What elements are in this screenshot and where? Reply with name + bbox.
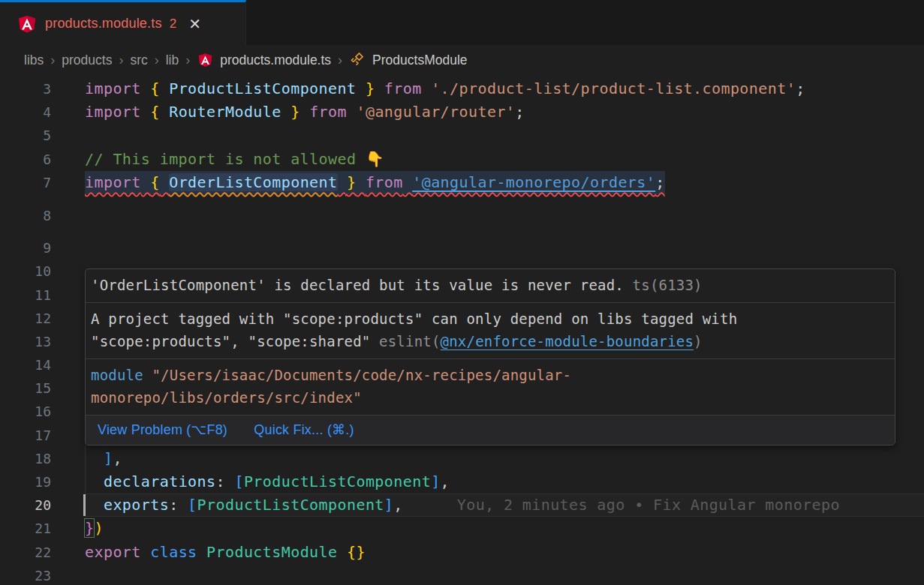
code-token: {} xyxy=(347,543,366,561)
code-text: exports: [ProductListComponent], xyxy=(85,496,403,514)
quick-fix-button[interactable]: Quick Fix... (⌘.) xyxy=(254,422,354,437)
tab-bar: products.module.ts 2 ✕ xyxy=(0,0,924,45)
code-token: , xyxy=(393,496,402,514)
code-text: ], xyxy=(85,449,122,467)
breadcrumb-item-symbol[interactable]: ProductsModule xyxy=(372,52,467,68)
code-line[interactable]: 9 xyxy=(0,236,924,260)
code-line-content[interactable] xyxy=(85,204,924,227)
breadcrumb-item-products[interactable]: products xyxy=(62,52,112,68)
code-token: ProductsModule xyxy=(206,543,337,561)
code-line-content[interactable] xyxy=(85,124,924,147)
breadcrumb-item-lib[interactable]: lib xyxy=(166,52,179,68)
code-line[interactable]: 7import { OrderListComponent } from '@an… xyxy=(0,171,924,194)
code-token xyxy=(160,173,169,191)
code-line-content[interactable]: export class ProductsModule {} xyxy=(85,541,924,564)
code-token: class xyxy=(150,543,197,561)
code-token xyxy=(403,173,412,191)
line-number: 6 xyxy=(0,148,85,171)
code-token: [ xyxy=(188,496,197,514)
code-token xyxy=(141,173,150,191)
code-token: ProductListComponent xyxy=(197,496,384,514)
line-number: 9 xyxy=(0,236,85,260)
code-line-content[interactable]: }) xyxy=(85,517,924,540)
code-line[interactable]: 19 declarations: [ProductListComponent], xyxy=(0,470,924,494)
code-token xyxy=(338,543,347,561)
vscode-window: products.module.ts 2 ✕ libs › products ›… xyxy=(0,0,924,585)
code-token: ; xyxy=(796,80,805,98)
line-number: 19 xyxy=(0,470,85,494)
indent-guide xyxy=(85,470,86,494)
code-token: import xyxy=(85,80,141,98)
code-token: ) xyxy=(94,519,103,537)
code-token xyxy=(141,80,150,98)
code-line-content[interactable]: import { OrderListComponent } from '@ang… xyxy=(85,171,924,194)
code-token: import xyxy=(85,173,141,191)
code-token: export xyxy=(85,543,141,561)
code-token: './product-list/product-list.component' xyxy=(431,80,796,98)
code-line[interactable]: 22export class ProductsModule {} xyxy=(0,541,924,564)
code-token: '@angular-monorepo/orders' xyxy=(412,173,655,191)
code-token: from xyxy=(366,173,403,191)
code-token: } xyxy=(366,80,375,98)
code-token: import xyxy=(85,103,141,121)
code-editor[interactable]: 3import { ProductListComponent } from '.… xyxy=(0,75,924,585)
code-text: import { OrderListComponent } from '@ang… xyxy=(85,171,665,194)
code-line[interactable]: 21}) xyxy=(0,517,924,540)
code-line[interactable]: 18 ], xyxy=(0,447,924,470)
line-number: 5 xyxy=(0,124,85,147)
code-line-content[interactable]: // This import is not allowed 👇 xyxy=(85,148,924,171)
code-token: : xyxy=(215,472,234,490)
close-icon[interactable]: ✕ xyxy=(188,16,201,32)
code-line-content[interactable]: import { RouterModule } from '@angular/r… xyxy=(85,100,924,124)
code-line[interactable]: 5 xyxy=(0,124,924,147)
line-number: 22 xyxy=(0,541,85,564)
eslint-rule-link[interactable]: @nx/enforce-module-boundaries xyxy=(441,333,694,350)
line-number: 16 xyxy=(0,400,85,423)
code-token: { xyxy=(150,173,159,191)
code-line[interactable]: 6// This import is not allowed 👇 xyxy=(0,148,924,171)
line-number: 18 xyxy=(0,447,85,470)
code-token: ; xyxy=(515,103,524,121)
code-token xyxy=(281,103,290,121)
code-line[interactable]: 23 xyxy=(0,564,924,585)
code-line-content[interactable] xyxy=(85,564,924,585)
hover-eslint-message: A project tagged with "scope:products" c… xyxy=(86,302,895,358)
code-token: from xyxy=(309,103,347,121)
code-line-content[interactable]: ], xyxy=(85,447,924,470)
line-number: 20 xyxy=(0,494,85,517)
code-text: import { ProductListComponent } from './… xyxy=(85,80,805,98)
code-token xyxy=(85,496,104,514)
code-line[interactable]: 20 exports: [ProductListComponent],You, … xyxy=(0,494,924,517)
angular-icon xyxy=(18,14,36,34)
code-token: } xyxy=(347,173,356,191)
hover-action-bar: View Problem (⌥F8) Quick Fix... (⌘.) xyxy=(86,415,895,445)
code-line-content[interactable]: exports: [ProductListComponent],You, 2 m… xyxy=(85,494,924,517)
line-number: 13 xyxy=(0,330,85,353)
tab-title: products.module.ts xyxy=(45,16,162,32)
line-number: 14 xyxy=(0,353,85,376)
code-line-content[interactable]: import { ProductListComponent } from './… xyxy=(85,77,924,100)
view-problem-button[interactable]: View Problem (⌥F8) xyxy=(98,422,227,437)
code-line[interactable]: 8 xyxy=(0,204,924,227)
code-token xyxy=(141,543,150,561)
code-token: } xyxy=(290,103,299,121)
code-text: }) xyxy=(85,519,104,537)
code-line[interactable]: 3import { ProductListComponent } from '.… xyxy=(0,77,924,100)
code-token: ProductListComponent xyxy=(169,80,356,98)
code-token: exports xyxy=(104,496,169,514)
code-token: ] xyxy=(431,472,440,490)
line-number: 23 xyxy=(0,564,85,585)
breadcrumb-item-src[interactable]: src xyxy=(130,52,147,68)
line-number: 12 xyxy=(0,307,85,330)
code-line-content[interactable] xyxy=(85,236,924,260)
code-token xyxy=(347,103,356,121)
code-line[interactable]: 4import { RouterModule } from '@angular/… xyxy=(0,100,924,124)
breadcrumb-item-file[interactable]: products.module.ts xyxy=(220,52,331,68)
line-number: 7 xyxy=(0,171,85,194)
line-number: 15 xyxy=(0,376,85,400)
code-line-content[interactable]: declarations: [ProductListComponent], xyxy=(85,470,924,494)
tab-products-module[interactable]: products.module.ts 2 ✕ xyxy=(0,0,246,45)
code-token: ] xyxy=(104,449,113,467)
breadcrumb-item-libs[interactable]: libs xyxy=(24,52,44,68)
hover-ts-code: ts(6133) xyxy=(624,277,703,293)
